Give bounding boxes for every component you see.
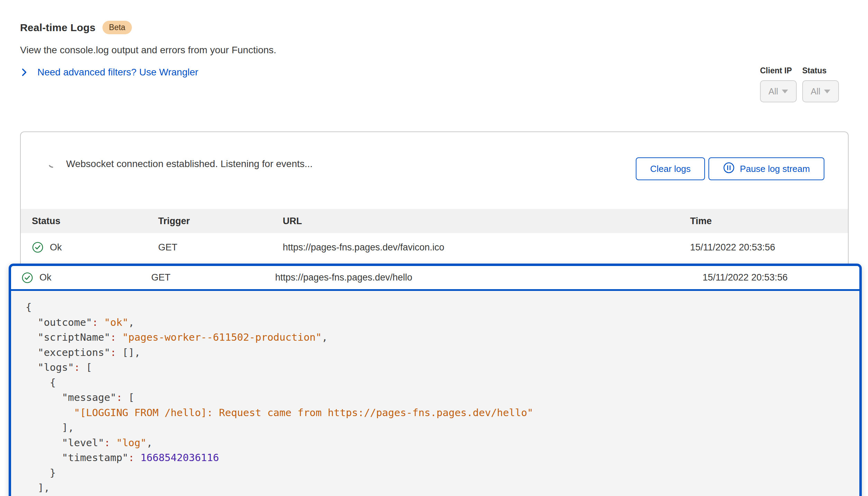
check-circle-icon xyxy=(32,241,44,253)
code-line: ], xyxy=(26,480,859,496)
advanced-filters-link[interactable]: Need advanced filters? Use Wrangler xyxy=(20,67,198,78)
time-cell: 15/11/2022 20:53:56 xyxy=(703,272,859,283)
chevron-right-icon xyxy=(20,67,28,77)
page-subtitle: View the console.log output and errors f… xyxy=(20,45,276,56)
pause-log-stream-button[interactable]: Pause log stream xyxy=(708,157,824,180)
status-filter-label: Status xyxy=(802,66,826,75)
status-label: Ok xyxy=(50,242,62,253)
connection-status-text: Websocket connection established. Listen… xyxy=(66,158,313,169)
time-cell: 15/11/2022 20:53:56 xyxy=(690,242,848,253)
column-header-status: Status xyxy=(32,216,158,227)
advanced-filters-link-label: Need advanced filters? Use Wrangler xyxy=(37,67,198,78)
selected-table-row[interactable]: Ok GET https://pages-fns.pages.dev/hello… xyxy=(11,266,859,291)
clear-logs-button[interactable]: Clear logs xyxy=(636,157,705,180)
code-line: } xyxy=(26,466,859,481)
status-cell: Ok xyxy=(21,272,151,284)
spinner-icon xyxy=(47,158,58,170)
expanded-log-entry: Ok GET https://pages-fns.pages.dev/hello… xyxy=(9,264,862,496)
code-line: ], xyxy=(26,420,859,435)
status-cell: Ok xyxy=(32,241,158,253)
column-header-trigger: Trigger xyxy=(158,216,283,227)
url-cell: https://pages-fns.pages.dev/favicon.ico xyxy=(283,242,690,253)
client-ip-filter-value: All xyxy=(769,86,778,97)
caret-down-icon xyxy=(824,90,830,93)
beta-badge: Beta xyxy=(102,21,132,34)
status-label: Ok xyxy=(39,272,52,283)
status-filter-value: All xyxy=(811,86,821,97)
caret-down-icon xyxy=(782,90,788,93)
status-filter-dropdown[interactable]: All xyxy=(802,80,839,102)
check-circle-icon xyxy=(21,272,33,284)
url-cell: https://pages-fns.pages.dev/hello xyxy=(275,272,703,283)
code-line: "message": [ xyxy=(26,390,859,405)
client-ip-filter-dropdown[interactable]: All xyxy=(760,80,797,102)
code-line: "exceptions": [], xyxy=(26,345,859,360)
realtime-logs-page: Real-time Logs Beta View the console.log… xyxy=(0,0,868,496)
code-line: "level": "log", xyxy=(26,435,859,451)
code-line: "[LOGGING FROM /hello]: Request came fro… xyxy=(26,405,859,421)
page-header: Real-time Logs Beta xyxy=(20,21,132,34)
code-line: "logs": [ xyxy=(26,360,859,375)
code-line: { xyxy=(26,300,859,315)
code-line: "timestamp": 1668542036116 xyxy=(26,450,859,466)
code-line: "outcome": "ok", xyxy=(26,315,859,330)
pause-circle-icon xyxy=(723,162,735,176)
log-table-header: Status Trigger URL Time xyxy=(21,209,848,233)
column-header-url: URL xyxy=(283,216,690,227)
page-title: Real-time Logs xyxy=(20,22,96,34)
connection-status-row: Websocket connection established. Listen… xyxy=(47,158,313,170)
column-header-time: Time xyxy=(690,216,848,227)
trigger-cell: GET xyxy=(151,272,275,283)
client-ip-filter-label: Client IP xyxy=(760,66,792,75)
table-row[interactable]: Ok GET https://pages-fns.pages.dev/favic… xyxy=(21,233,848,261)
code-line: "scriptName": "pages-worker--611502-prod… xyxy=(26,330,859,345)
trigger-cell: GET xyxy=(158,242,283,253)
clear-logs-button-label: Clear logs xyxy=(650,164,690,174)
code-line: { xyxy=(26,375,859,391)
json-log-view: { "outcome": "ok", "scriptName": "pages-… xyxy=(11,291,859,496)
pause-log-stream-button-label: Pause log stream xyxy=(740,164,810,174)
